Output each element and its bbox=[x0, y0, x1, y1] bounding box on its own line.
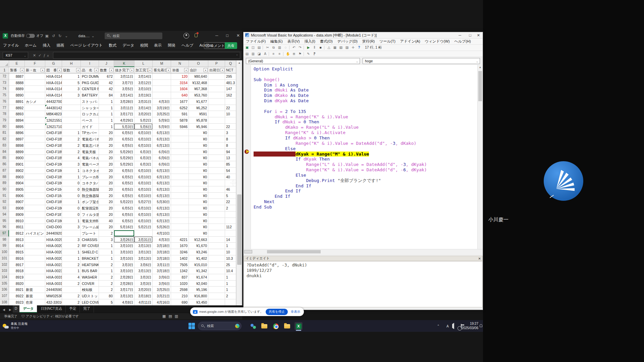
cell[interactable]: 3月3日 bbox=[114, 262, 135, 268]
column-header-F[interactable]: F bbox=[25, 60, 45, 67]
select-all-corner[interactable] bbox=[0, 60, 9, 67]
cell[interactable]: 2 bbox=[62, 142, 81, 149]
cell[interactable]: 162 bbox=[225, 92, 236, 99]
vertical-scrollbar[interactable]: ▲ bbox=[236, 60, 242, 305]
cell[interactable]: 6月5日 bbox=[114, 205, 135, 212]
design-mode-icon[interactable]: △ bbox=[326, 45, 331, 50]
cell[interactable]: 8892 bbox=[9, 105, 25, 111]
sheet-tab-0[interactable]: D bbox=[13, 305, 20, 313]
cell[interactable]: 20 bbox=[99, 168, 114, 174]
cell[interactable]: 2598 bbox=[171, 287, 189, 293]
cell[interactable]: ¥0 bbox=[189, 224, 208, 230]
cell[interactable]: 4月11日 bbox=[135, 299, 153, 305]
cell[interactable]: 1 bbox=[62, 218, 81, 224]
cell[interactable]: 8897 bbox=[9, 136, 25, 142]
cell[interactable]: CHD-F187 bbox=[45, 212, 62, 218]
cell[interactable]: 8922 bbox=[9, 293, 25, 299]
cell[interactable] bbox=[208, 136, 225, 142]
cell[interactable]: HEATSINK bbox=[81, 262, 99, 268]
updates-bulb-icon[interactable] bbox=[195, 33, 198, 37]
cell[interactable]: 2 bbox=[62, 136, 81, 142]
row-header-95[interactable]: 95 bbox=[0, 218, 9, 224]
ribbon-tab-5[interactable]: 数式 bbox=[106, 41, 119, 50]
cell[interactable]: 1 bbox=[62, 255, 81, 262]
row-header-107[interactable]: 107 bbox=[0, 293, 9, 299]
filter-dropdown-icon[interactable]: ▾ bbox=[220, 68, 224, 72]
cell[interactable]: 20 bbox=[99, 199, 114, 205]
cell[interactable]: 8893 bbox=[9, 111, 25, 117]
cell[interactable]: 3月31日 bbox=[135, 99, 153, 105]
cell[interactable]: 690 bbox=[171, 299, 189, 305]
bookmark-icon[interactable]: ⚑ bbox=[298, 52, 303, 56]
column-header-E[interactable]: E bbox=[9, 60, 25, 67]
cell[interactable] bbox=[208, 255, 225, 262]
cell[interactable]: 1670 bbox=[171, 243, 189, 249]
filename-dropdown-icon[interactable]: ⌄ bbox=[91, 34, 94, 38]
cell[interactable]: 6月13日 bbox=[153, 136, 171, 142]
cell[interactable]: 5月2日 bbox=[135, 117, 153, 124]
list-properties-icon[interactable]: ▤ bbox=[245, 52, 250, 56]
cell[interactable]: 6252 bbox=[171, 105, 189, 111]
row-header-98[interactable]: 98 bbox=[0, 237, 9, 243]
vba-close-button[interactable]: ✕ bbox=[477, 33, 480, 38]
column-header-N[interactable]: N bbox=[171, 60, 189, 67]
cell[interactable]: CHASSIS bbox=[81, 237, 99, 243]
code-vertical-scrollbar[interactable]: ▲ bbox=[477, 65, 483, 249]
scroll-up-icon[interactable]: ▲ bbox=[478, 65, 483, 70]
cell[interactable] bbox=[225, 299, 236, 305]
cell[interactable]: 8921 bbox=[9, 287, 25, 293]
cell[interactable]: 1 bbox=[225, 274, 236, 281]
cell[interactable]: WASHER bbox=[81, 274, 99, 281]
row-header-103[interactable]: 103 bbox=[0, 268, 9, 274]
column-header-G[interactable]: G bbox=[45, 60, 62, 67]
cell[interactable] bbox=[171, 130, 189, 136]
cell[interactable] bbox=[171, 180, 189, 186]
cell[interactable]: 6月10日 bbox=[135, 186, 153, 193]
cell[interactable]: 8909 bbox=[9, 212, 25, 218]
cell[interactable]: 112 bbox=[225, 224, 236, 230]
breakpoint-toggle-icon[interactable]: ✎ bbox=[306, 52, 311, 56]
filter-header-5[interactable]: 数量▾ bbox=[99, 67, 114, 73]
cell[interactable]: 電装支持B bbox=[81, 218, 99, 224]
cell[interactable]: コネクタパネル bbox=[81, 180, 99, 186]
cell[interactable]: 1 bbox=[99, 268, 114, 274]
cell[interactable] bbox=[208, 249, 225, 255]
cell[interactable]: HXA-0114 bbox=[45, 73, 62, 80]
ime-mode-icon[interactable]: A bbox=[446, 324, 449, 328]
column-header-J[interactable]: J bbox=[99, 60, 114, 67]
code-editor[interactable]: Option Explicit Sub hoge() Dim i As Long… bbox=[244, 65, 483, 249]
cell[interactable]: 3月28日 bbox=[114, 99, 135, 105]
filter-dropdown-icon[interactable]: ▾ bbox=[94, 68, 98, 72]
formula-input[interactable]: ⌄ bbox=[53, 52, 240, 59]
cell[interactable]: 8896 bbox=[9, 130, 25, 136]
cell[interactable]: COVER bbox=[81, 281, 99, 287]
cell[interactable]: BATTERY bbox=[81, 92, 99, 99]
cell[interactable] bbox=[208, 142, 225, 149]
cell[interactable]: 1 bbox=[99, 105, 114, 111]
cell[interactable] bbox=[25, 105, 45, 111]
row-header-73[interactable]: 73 bbox=[0, 80, 9, 86]
cell[interactable]: 0 bbox=[62, 186, 81, 193]
cell[interactable]: 1 bbox=[99, 249, 114, 255]
cell[interactable] bbox=[208, 99, 225, 105]
cell[interactable]: 3 bbox=[99, 237, 114, 243]
cell[interactable]: 54 bbox=[225, 168, 236, 174]
cell[interactable]: 8914 bbox=[9, 243, 25, 249]
cell[interactable] bbox=[208, 186, 225, 193]
cell[interactable]: CHD-F185 bbox=[45, 142, 62, 149]
cell[interactable]: ¥132,468 bbox=[189, 80, 208, 86]
cell[interactable]: 5月29日 bbox=[114, 155, 135, 161]
cell[interactable]: 5月26日 bbox=[153, 224, 171, 230]
cell[interactable]: 2 bbox=[62, 262, 81, 268]
cell[interactable] bbox=[25, 130, 45, 136]
cell[interactable]: 1 bbox=[225, 243, 236, 249]
cell[interactable]: 8900 bbox=[9, 155, 25, 161]
ribbon-tab-6[interactable]: データ bbox=[119, 41, 137, 50]
cell[interactable]: 6月10日 bbox=[135, 136, 153, 142]
cell[interactable] bbox=[208, 281, 225, 287]
reset-icon[interactable]: ■ bbox=[318, 45, 323, 50]
filter-dropdown-icon[interactable]: ▾ bbox=[57, 68, 61, 72]
weather-widget[interactable]: 暴風 注意報 発令中 bbox=[3, 322, 28, 330]
cell[interactable] bbox=[25, 168, 45, 174]
immediate-close-icon[interactable]: ✕ bbox=[478, 256, 481, 261]
